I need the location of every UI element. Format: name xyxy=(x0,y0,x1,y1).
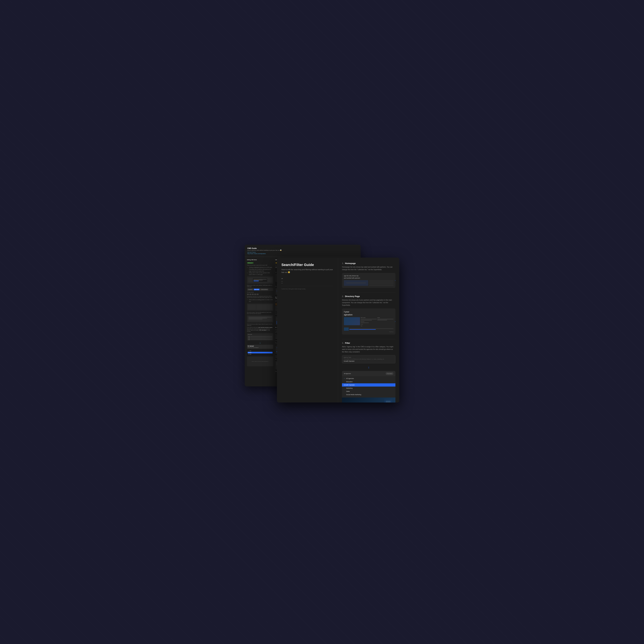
filter-dropdown: All Agencies Favorites ✓ All Agencies xyxy=(342,371,395,403)
left-panel: Search/Filter Guide How to edit the sear… xyxy=(277,258,338,403)
guide-subtitle: How to edit the searching and filtering … xyxy=(281,268,333,274)
dropdown-item-education[interactable]: Education xyxy=(342,380,395,383)
agency-type-field: Agency Type This allows it to be filtere… xyxy=(342,355,395,363)
difficulty-badge-editing: Difficulty 1 xyxy=(247,262,254,264)
directory-screenshot: f youragination CMS Content xyxy=(342,308,395,335)
editing-steps-list: Clicking a highlighted element on a CMS … xyxy=(247,266,273,275)
footer-label: Hehe, reach out if you need assistance. xyxy=(252,361,269,362)
doc-front-layout: Search/Filter Guide How to edit the sear… xyxy=(277,258,399,403)
person-image xyxy=(342,398,395,403)
directory-screenshot-inner: f youragination CMS Content xyxy=(342,308,395,335)
filter-desc: Add a "agency tag" in the CMS to assign … xyxy=(342,346,395,353)
dir-col-3: partner xyxy=(377,317,393,327)
item-marketing-label: Marketing xyxy=(346,387,353,389)
fill-content-note: Fill out the content. There are descript… xyxy=(247,312,273,314)
check-all: ✓ xyxy=(344,378,345,379)
divider-1 xyxy=(342,292,395,293)
v1-variant-section: V1 Variant Video if you can embed it. xyxy=(247,345,273,349)
transform-note: If you end up on this view, don't edit t… xyxy=(247,327,273,332)
dropdown-header: All Agencies Favorites xyxy=(342,371,395,376)
cms-guide-header: CMS Guide How to edit the CMS without wa… xyxy=(245,245,361,257)
dropdown-tabs: All Agencies xyxy=(344,373,351,374)
homepage-desc: Homepage list only shows top rated and w… xyxy=(342,266,395,271)
homepage-num: 1. xyxy=(342,262,344,265)
item-social-label: Social Media Marketing xyxy=(346,394,361,395)
divider-2 xyxy=(342,339,395,339)
agency-type-placeholder: This allows it to be filtered on in the … xyxy=(344,359,394,360)
dir-cell-1 xyxy=(344,317,360,325)
component-steps: Either select an existing partner or cre… xyxy=(247,299,273,302)
cms-buttons-mock: ✎ partners Edit in CMS ✦ Back marketing xyxy=(247,288,273,291)
top-nav-label: The top nav bar xyxy=(247,292,273,293)
search-filter-document: Search/Filter Guide How to edit the sear… xyxy=(277,258,399,403)
col-editing-title: Editing CMS Items xyxy=(247,259,273,260)
dir-bottom xyxy=(344,327,393,331)
cms-guide-title: CMS Guide xyxy=(247,247,358,249)
variant-file-label: V1 File xyxy=(248,354,251,355)
agency-type-label: Agency Type xyxy=(344,357,394,358)
filter-title: 3. Filter xyxy=(342,342,395,344)
grid-cell-1 xyxy=(344,280,368,286)
cms-info-link: FAQ Framer: framer.com/help/videos xyxy=(247,253,358,254)
variant-embed-label: Embed xyxy=(248,352,251,353)
arrow-right-2: ← xyxy=(394,320,395,323)
directory-label: Directory Page xyxy=(345,295,360,298)
dropdown-item-marketing[interactable]: Marketing xyxy=(342,387,395,390)
app-wrapper: CMS Guide How to edit the CMS without wa… xyxy=(245,245,399,399)
variant-list: Flat Embed V1 File xyxy=(247,349,273,356)
directory-num: 2. xyxy=(342,295,344,298)
variant-flat: Flat xyxy=(248,350,273,352)
side-cells xyxy=(369,280,393,286)
arrow-down-1: ↓ xyxy=(247,341,273,344)
testimonials-screenshot: Testimonials Edit in Live View xyxy=(247,333,273,341)
homepage-label: Homepage xyxy=(345,262,356,265)
homepage-title: 1. Homepage xyxy=(342,262,395,265)
arrow-right-1: ← xyxy=(394,279,395,282)
homepage-screenshot: age list only shows topand worked with p… xyxy=(342,273,395,288)
v1-title: V1 Variant xyxy=(248,345,273,347)
homepage-screenshot-inner: age list only shows topand worked with p… xyxy=(342,273,395,288)
section-homepage: 1. Homepage Homepage list only shows top… xyxy=(342,262,395,288)
cms-screenshot-3 xyxy=(247,315,273,322)
favorites-label: Favorites xyxy=(387,373,392,374)
variant-embed: Embed xyxy=(248,352,273,353)
item-education-label: Education xyxy=(346,381,353,383)
edit-in-cms-label: Hitting 'edit in CMS' on the 'partners' … xyxy=(247,285,273,287)
homepage-screenshot-text: age list only shows topand worked with p… xyxy=(344,275,393,286)
dropdown-item-social[interactable]: Social Media Marketing xyxy=(342,393,395,396)
v1-subtitle: Video if you can embed it. xyxy=(248,347,273,348)
homepage-grid xyxy=(344,280,393,286)
right-panel: 1. Homepage Homepage list only shows top… xyxy=(338,258,399,403)
section-filter: 3. Filter Add a "agency tag" in the CMS … xyxy=(342,342,395,403)
dropdown-item-growth[interactable]: Growth Operator xyxy=(342,383,395,387)
cms-info-label: Info from Framer: xyxy=(247,252,358,253)
nav-bar-mock xyxy=(247,294,273,295)
section-directory: 2. Directory Page Directory list shows a… xyxy=(342,295,395,335)
select-type-note: Some items let you select it type. Selec… xyxy=(247,323,273,326)
footer-image-placeholder: Hehe, reach out if you need assistance. xyxy=(247,357,273,366)
variant-file: V1 File xyxy=(248,353,273,355)
cms-guide-subtitle: How to edit the CMS without wanting to p… xyxy=(247,250,358,251)
directory-title: 2. Directory Page xyxy=(342,295,395,298)
theidhouse-label: TheIdHouse xyxy=(344,331,393,333)
filter-num: 3. xyxy=(342,342,344,344)
component-note: Everything in this file is in a componen… xyxy=(247,296,273,298)
directory-screenshot-text: f youragination CMS Content xyxy=(344,310,393,333)
item-growth-label: Growth Operator xyxy=(344,384,355,386)
filter-label: Filter xyxy=(345,342,350,344)
directory-desc: Directory list shows all of your partner… xyxy=(342,299,395,307)
dir-col-2: CMS Content Pagination Layout Type xyxy=(361,317,377,327)
all-agencies-tab: All Agencies xyxy=(344,373,351,374)
favorites-toggle: Favorites xyxy=(386,372,393,375)
cms-screenshot-2 xyxy=(247,303,273,311)
dropdown-item-sales[interactable]: Sales xyxy=(342,390,395,393)
column-editing: Editing CMS Items Difficulty 1 There are… xyxy=(246,258,274,374)
agency-type-value: Growth Operator xyxy=(344,360,394,362)
dropdown-item-all[interactable]: ✓ All Agencies xyxy=(342,377,395,380)
dropdown-list: ✓ All Agencies Education Growth Operator xyxy=(342,376,395,397)
left-panel-content: or tor tor Content from CMS guide visibl… xyxy=(281,277,333,290)
guide-title: Search/Filter Guide xyxy=(281,263,333,267)
down-arrow-filter: ↓ xyxy=(342,365,395,369)
editing-intro: There are two ways to get into the Frame… xyxy=(247,265,273,266)
variant-flat-label: Flat xyxy=(250,350,251,351)
